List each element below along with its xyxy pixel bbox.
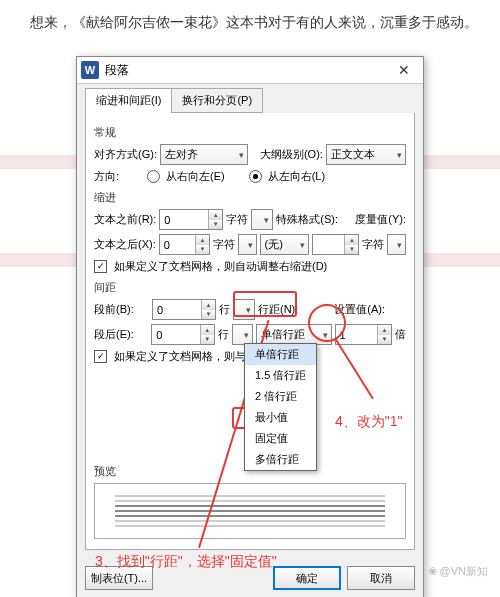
- indent-before-spin[interactable]: 0▲▼: [159, 209, 223, 230]
- indent-grid-label: 如果定义了文档网格，则自动调整右缩进(D): [114, 259, 327, 274]
- dialog-title: 段落: [105, 62, 385, 79]
- special-combo[interactable]: (无): [260, 234, 310, 255]
- unit-combo[interactable]: [238, 234, 257, 255]
- panel: 常规 对齐方式(G): 左对齐 大纲级别(O): 正文文本 方向: 从右向左(E…: [85, 113, 415, 550]
- annotation-step3: 3、找到"行距"，选择"固定值": [95, 553, 277, 571]
- preview-box: [94, 483, 406, 539]
- indent-before-label: 文本之前(R):: [94, 212, 156, 227]
- unit-label: 字符: [213, 237, 235, 252]
- spin-buttons[interactable]: ▲▼: [201, 300, 215, 319]
- dropdown-option[interactable]: 单倍行距: [245, 344, 316, 365]
- spin-buttons[interactable]: ▲▼: [195, 235, 209, 254]
- annotation-step4: 4、改为"1": [335, 413, 403, 431]
- line-spacing-dropdown[interactable]: 单倍行距1.5 倍行距2 倍行距最小值固定值多倍行距: [244, 343, 317, 471]
- spin-buttons[interactable]: ▲▼: [377, 325, 391, 344]
- align-combo[interactable]: 左对齐: [160, 144, 248, 165]
- spacing-grid-check[interactable]: [94, 350, 107, 363]
- dropdown-option[interactable]: 2 倍行距: [245, 386, 316, 407]
- measure-spin[interactable]: ▲▼: [312, 234, 359, 255]
- watermark: ❀@VN新知: [428, 564, 488, 579]
- paragraph-dialog: W 段落 ✕ 缩进和间距(I) 换行和分页(P) 常规 对齐方式(G): 左对齐…: [76, 56, 424, 597]
- spin-buttons[interactable]: ▲▼: [208, 210, 222, 229]
- dropdown-option[interactable]: 最小值: [245, 407, 316, 428]
- line-spacing-label: 行距(N):: [258, 302, 298, 317]
- unit-combo[interactable]: [387, 234, 406, 255]
- space-after-label: 段后(E):: [94, 327, 148, 342]
- section-spacing: 间距: [94, 280, 406, 295]
- section-indent: 缩进: [94, 190, 406, 205]
- indent-after-label: 文本之后(X):: [94, 237, 156, 252]
- rtl-radio[interactable]: [147, 170, 160, 183]
- unit-combo[interactable]: [251, 209, 273, 230]
- outline-combo[interactable]: 正文文本: [326, 144, 406, 165]
- direction-label: 方向:: [94, 169, 144, 184]
- close-icon: ✕: [398, 62, 410, 78]
- unit-label: 行: [219, 302, 230, 317]
- titlebar[interactable]: W 段落 ✕: [77, 57, 423, 84]
- dropdown-option[interactable]: 1.5 倍行距: [245, 365, 316, 386]
- tab-line-page-breaks[interactable]: 换行和分页(P): [171, 88, 263, 113]
- tab-indent-spacing[interactable]: 缩进和间距(I): [85, 88, 172, 113]
- word-icon: W: [81, 61, 99, 79]
- line-spacing-combo[interactable]: 单倍行距: [256, 324, 331, 345]
- align-label: 对齐方式(G):: [94, 147, 157, 162]
- dropdown-option[interactable]: 多倍行距: [245, 449, 316, 470]
- spin-buttons[interactable]: ▲▼: [344, 235, 358, 254]
- close-button[interactable]: ✕: [385, 57, 423, 83]
- flower-icon: ❀: [428, 565, 437, 578]
- ltr-radio[interactable]: [249, 170, 262, 183]
- space-before-label: 段前(B):: [94, 302, 149, 317]
- ltr-label: 从左向右(L): [268, 169, 325, 184]
- unit-combo[interactable]: [232, 324, 254, 345]
- unit-label: 字符: [226, 212, 248, 227]
- cancel-button[interactable]: 取消: [347, 566, 415, 590]
- space-before-spin[interactable]: 0▲▼: [152, 299, 216, 320]
- setat-label: 设置值(A):: [334, 302, 385, 317]
- outline-label: 大纲级别(O):: [260, 147, 323, 162]
- unit-combo[interactable]: [233, 299, 255, 320]
- indent-after-spin[interactable]: 0▲▼: [159, 234, 210, 255]
- dropdown-option[interactable]: 固定值: [245, 428, 316, 449]
- unit-label: 字符: [362, 237, 384, 252]
- ok-button[interactable]: 确定: [273, 566, 341, 590]
- tabs: 缩进和间距(I) 换行和分页(P): [77, 84, 423, 113]
- indent-grid-check[interactable]: [94, 260, 107, 273]
- background-text: 想来，《献给阿尔吉侬一束花》这本书对于有的人来说，沉重多于感动。: [30, 10, 480, 35]
- setat-spin[interactable]: 1▲▼: [335, 324, 392, 345]
- unit-label: 行: [218, 327, 229, 342]
- rtl-label: 从右向左(E): [166, 169, 225, 184]
- section-general: 常规: [94, 125, 406, 140]
- spin-buttons[interactable]: ▲▼: [200, 325, 214, 344]
- measure-label: 度量值(Y):: [355, 212, 406, 227]
- unit-label: 倍: [395, 327, 406, 342]
- space-after-spin[interactable]: 0▲▼: [151, 324, 214, 345]
- special-label: 特殊格式(S):: [276, 212, 338, 227]
